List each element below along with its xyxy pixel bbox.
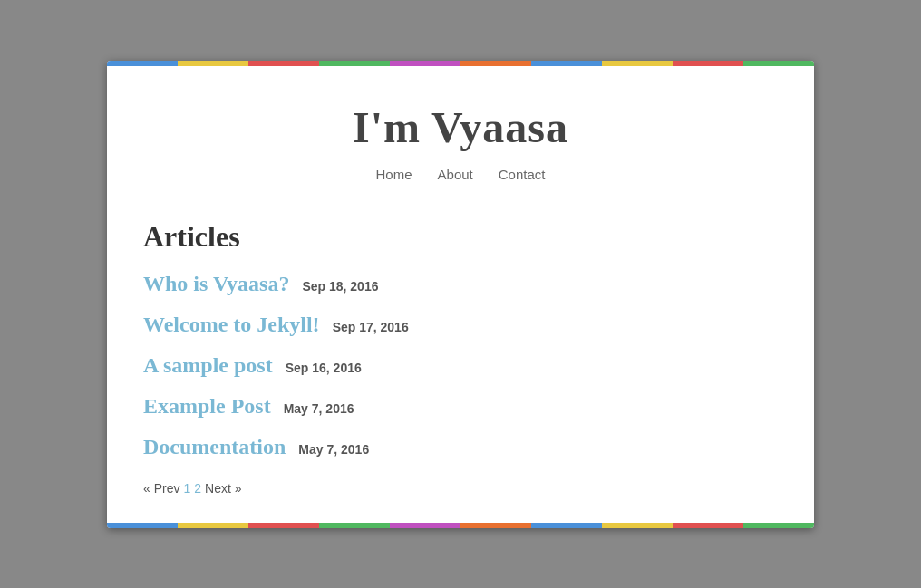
stripe-2: [178, 61, 248, 66]
nav-contact[interactable]: Contact: [499, 167, 546, 182]
bot-stripe-7: [531, 523, 602, 528]
bot-stripe-3: [248, 523, 319, 528]
bottom-stripe: [107, 523, 814, 528]
stripe-3: [248, 61, 319, 66]
top-stripe: [107, 61, 814, 66]
nav-divider: [143, 198, 778, 198]
bot-stripe-2: [178, 523, 248, 528]
stripe-4: [319, 61, 390, 66]
bot-stripe-4: [319, 523, 390, 528]
stripe-5: [390, 61, 460, 66]
nav-about[interactable]: About: [438, 167, 473, 182]
article-date-5: May 7, 2016: [298, 442, 369, 457]
pagination-page1[interactable]: 1: [183, 481, 190, 496]
site-nav: Home About Contact: [143, 167, 778, 183]
article-item-1: Who is Vyaasa? Sep 18, 2016: [143, 272, 778, 296]
site-content: I'm Vyaasa Home About Contact Articles W…: [107, 66, 814, 523]
article-item-4: Example Post May 7, 2016: [143, 394, 778, 419]
bot-stripe-10: [743, 523, 814, 528]
stripe-10: [743, 61, 814, 66]
main-window: I'm Vyaasa Home About Contact Articles W…: [107, 61, 814, 528]
article-item-2: Welcome to Jekyll! Sep 17, 2016: [143, 313, 778, 337]
stripe-7: [531, 61, 602, 66]
article-link-1[interactable]: Who is Vyaasa?: [143, 272, 289, 296]
article-date-2: Sep 17, 2016: [333, 320, 409, 334]
bot-stripe-9: [673, 523, 743, 528]
stripe-6: [460, 61, 531, 66]
stripe-1: [107, 61, 178, 66]
bot-stripe-1: [107, 523, 178, 528]
article-item-5: Documentation May 7, 2016: [143, 435, 778, 459]
articles-heading: Articles: [143, 220, 778, 254]
article-link-4[interactable]: Example Post: [143, 394, 271, 419]
bot-stripe-8: [602, 523, 673, 528]
article-list: Who is Vyaasa? Sep 18, 2016 Welcome to J…: [143, 272, 778, 459]
pagination-next: Next »: [205, 481, 241, 496]
bot-stripe-5: [390, 523, 460, 528]
article-item-3: A sample post Sep 16, 2016: [143, 353, 778, 378]
article-link-5[interactable]: Documentation: [143, 435, 286, 459]
stripe-9: [673, 61, 743, 66]
pagination-page2[interactable]: 2: [194, 481, 201, 496]
article-date-1: Sep 18, 2016: [302, 279, 378, 294]
site-title: I'm Vyaasa: [143, 102, 778, 152]
pagination: « Prev 1 2 Next »: [143, 481, 778, 496]
article-date-3: Sep 16, 2016: [286, 361, 362, 375]
article-link-3[interactable]: A sample post: [143, 353, 273, 378]
stripe-8: [602, 61, 673, 66]
nav-home[interactable]: Home: [376, 167, 412, 182]
pagination-prev: « Prev: [143, 481, 179, 496]
article-link-2[interactable]: Welcome to Jekyll!: [143, 313, 320, 337]
bot-stripe-6: [460, 523, 531, 528]
article-date-4: May 7, 2016: [284, 401, 354, 416]
